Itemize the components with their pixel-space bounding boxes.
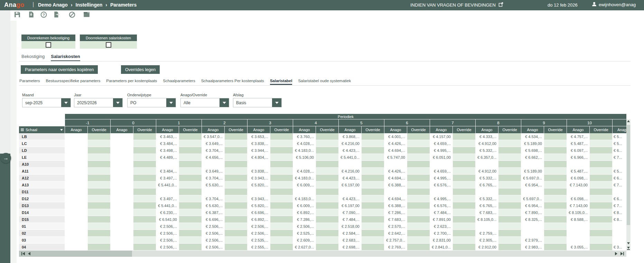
override-cell[interactable] [179, 209, 202, 216]
anago-cell[interactable]: € 5.441,0... [339, 154, 362, 161]
override-cell[interactable] [590, 223, 613, 230]
anago-cell[interactable] [111, 202, 133, 209]
anago-cell[interactable]: € 2.506,... [248, 230, 270, 237]
override-cell[interactable] [453, 147, 476, 154]
override-cell[interactable] [225, 168, 248, 175]
anago-cell[interactable] [111, 140, 133, 147]
anago-cell[interactable] [521, 223, 544, 230]
anago-cell[interactable]: € 2.570,... [384, 223, 407, 230]
scroll-right-button[interactable] [615, 251, 617, 257]
anago-cell[interactable] [339, 161, 362, 168]
anago-cell[interactable]: € 7.683,... [384, 216, 407, 223]
anago-cell[interactable]: € 5.630,... [202, 182, 225, 188]
override-cell[interactable] [225, 216, 248, 223]
override-cell[interactable] [179, 147, 202, 154]
override-cell[interactable] [453, 154, 476, 161]
anago-cell[interactable] [65, 237, 88, 244]
anago-cell[interactable]: € 3.760,... [293, 133, 316, 140]
anago-cell[interactable]: € 3.484,... [156, 168, 179, 175]
override-cell[interactable] [590, 188, 613, 195]
anago-cell[interactable]: € 7.286,... [293, 216, 316, 223]
anago-cell[interactable]: € 6.388,... [384, 202, 407, 209]
anago-cell[interactable] [248, 161, 270, 168]
override-cell[interactable] [453, 133, 476, 140]
anago-cell[interactable]: € 6.696,... [202, 216, 225, 223]
anago-cell[interactable]: € 4.157,00 [430, 133, 453, 140]
anago-cell[interactable] [111, 154, 133, 161]
anago-cell[interactable]: € 4.216,00 [339, 168, 362, 175]
anago-cell[interactable]: € 2.506,... [202, 237, 225, 244]
override-cell[interactable] [590, 175, 613, 182]
override-cell[interactable] [544, 230, 567, 237]
override-cell[interactable] [179, 188, 202, 195]
anago-cell[interactable]: € 8.588,... [567, 216, 590, 223]
onderwijstype-dropdown[interactable]: PO [127, 98, 176, 107]
anago-cell[interactable] [111, 223, 133, 230]
anago-cell[interactable]: € 4.216,00 [339, 140, 362, 147]
anago-cell[interactable] [65, 202, 88, 209]
anago-cell[interactable] [65, 154, 88, 161]
override-cell[interactable] [407, 133, 430, 140]
override-cell[interactable] [544, 175, 567, 182]
override-cell[interactable] [544, 168, 567, 175]
anago-logo[interactable]: Anago [4, 1, 25, 9]
override-cell[interactable] [453, 209, 476, 216]
override-cell[interactable] [544, 202, 567, 209]
override-cell[interactable] [316, 195, 339, 202]
anago-cell-clipped[interactable]: € 6... [613, 195, 626, 202]
override-cell[interactable] [133, 209, 156, 216]
anago-cell[interactable]: € 5.820,... [248, 202, 270, 209]
anago-cell[interactable]: € 5.441,0... [156, 182, 179, 188]
override-cell[interactable] [133, 188, 156, 195]
anago-cell[interactable]: € 2.757,0... [384, 237, 407, 244]
override-cell[interactable] [590, 202, 613, 209]
override-cell[interactable] [133, 154, 156, 161]
anago-cell[interactable]: € 2.506,... [202, 230, 225, 237]
override-cell[interactable] [407, 223, 430, 230]
override-cell[interactable] [453, 223, 476, 230]
anago-cell[interactable]: € 6.097,... [567, 147, 590, 154]
anago-cell[interactable]: € 6.892,... [248, 216, 270, 223]
override-cell[interactable] [225, 230, 248, 237]
anago-cell[interactable]: € 7.143,00 [567, 202, 590, 209]
override-cell[interactable] [88, 244, 111, 251]
anago-cell[interactable]: € 4.656,... [202, 154, 225, 161]
anago-cell[interactable]: € 2.698,... [339, 244, 362, 251]
override-cell[interactable] [498, 209, 521, 216]
override-cell[interactable] [179, 195, 202, 202]
override-cell[interactable] [316, 140, 339, 147]
anago-cell[interactable] [65, 216, 88, 223]
anago-cell[interactable]: € 6.197,00 [339, 202, 362, 209]
override-cell[interactable] [498, 188, 521, 195]
override-cell[interactable] [453, 168, 476, 175]
anago-cell-clipped[interactable]: € 6... [613, 175, 626, 182]
anago-cell[interactable] [384, 161, 407, 168]
anago-cell-clipped[interactable] [613, 188, 626, 195]
override-cell[interactable] [225, 147, 248, 154]
anago-cell[interactable]: € 5.332,... [476, 195, 498, 202]
override-cell[interactable] [270, 223, 293, 230]
anago-cell[interactable]: € 6.541,00 [156, 216, 179, 223]
anago-cell[interactable] [521, 188, 544, 195]
onderwijstype-dropdown-arrow[interactable] [166, 98, 176, 107]
override-cell[interactable] [544, 147, 567, 154]
override-cell[interactable] [362, 202, 384, 209]
anago-cell[interactable]: € 3.704,... [202, 195, 225, 202]
override-cell[interactable] [88, 161, 111, 168]
anago-cell[interactable]: € 2.831,00 [430, 237, 453, 244]
anago-cell-clipped[interactable]: € 7... [613, 182, 626, 188]
override-cell[interactable] [133, 216, 156, 223]
override-cell[interactable] [362, 237, 384, 244]
anago-cell[interactable]: € 8.105,0... [567, 209, 590, 216]
anago-cell[interactable] [65, 244, 88, 251]
anago-cell[interactable]: € 2.683,... [339, 237, 362, 244]
feedback-link[interactable]: INDIEN VAN VRAGEN OF BEVINDINGEN [410, 2, 503, 8]
override-cell[interactable] [544, 161, 567, 168]
override-cell[interactable] [179, 237, 202, 244]
anago-cell[interactable]: € 5.332,... [476, 147, 498, 154]
override-cell[interactable] [179, 154, 202, 161]
anago-cell[interactable]: € 7.143,00 [567, 182, 590, 188]
override-cell[interactable] [225, 202, 248, 209]
anago-cell[interactable]: € 5.487,... [567, 140, 590, 147]
override-cell[interactable] [498, 140, 521, 147]
